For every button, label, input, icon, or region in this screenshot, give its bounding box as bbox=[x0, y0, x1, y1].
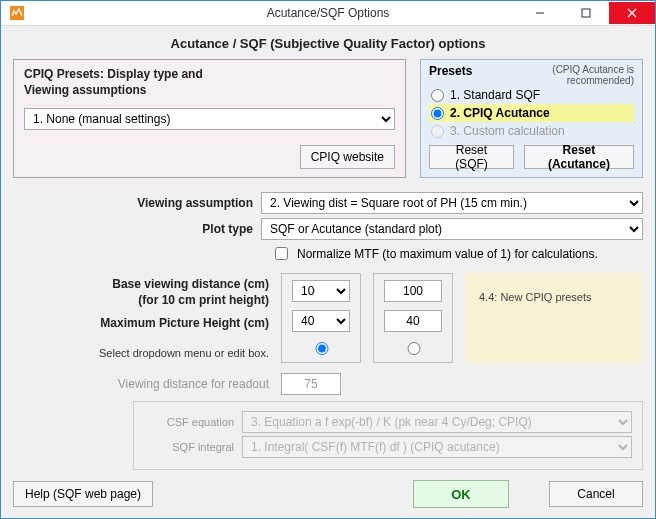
sqf-label: SQF integral bbox=[144, 441, 234, 453]
mid-grid: Base viewing distance (cm) (for 10 cm pr… bbox=[13, 273, 643, 363]
equation-panel: CSF equation 3. Equation a f exp(-bf) / … bbox=[133, 401, 643, 470]
reset-sqf-button[interactable]: Reset (SQF) bbox=[429, 145, 514, 169]
radio-label-custom: 3. Custom calculation bbox=[450, 124, 565, 138]
presets-title: Presets bbox=[429, 64, 472, 78]
presets-header: Presets (CPIQ Acutance is recommended) bbox=[429, 64, 634, 86]
window: Acutance/SQF Options Acutance / SQF (Sub… bbox=[0, 0, 656, 519]
form-area: Viewing assumption 2. Viewing dist = Squ… bbox=[13, 188, 643, 470]
csf-label: CSF equation bbox=[144, 416, 234, 428]
presets-recommended: (CPIQ Acutance is recommended) bbox=[552, 64, 634, 86]
radio-input-custom bbox=[431, 125, 444, 138]
readout-value bbox=[281, 373, 341, 395]
normalize-mtf-label: Normalize MTF (to maximum value of 1) fo… bbox=[297, 247, 598, 261]
viewing-assumption-row: Viewing assumption 2. Viewing dist = Squ… bbox=[13, 192, 643, 214]
svg-rect-2 bbox=[582, 9, 590, 17]
titlebar: Acutance/SQF Options bbox=[1, 1, 655, 26]
max-ph-select[interactable]: 40 bbox=[292, 310, 350, 332]
values-col-2 bbox=[373, 273, 453, 363]
normalize-mtf-checkbox[interactable] bbox=[275, 247, 288, 260]
mid-hint: Select dropdown menu or edit box. bbox=[13, 346, 269, 360]
page-heading: Acutance / SQF (Subjective Quality Facto… bbox=[13, 34, 643, 59]
readout-label: Viewing distance for readout bbox=[13, 377, 269, 391]
note-box: 4.4: New CPIQ presets bbox=[465, 273, 643, 363]
cpiq-title-l1: CPIQ Presets: Display type and bbox=[24, 67, 203, 81]
plot-type-row: Plot type SQF or Acutance (standard plot… bbox=[13, 218, 643, 240]
cpiq-presets-panel: CPIQ Presets: Display type and Viewing a… bbox=[13, 59, 406, 178]
preset-radio-custom[interactable]: 3. Custom calculation bbox=[429, 122, 634, 140]
readout-row: Viewing distance for readout bbox=[13, 373, 643, 395]
reset-acutance-button[interactable]: Reset (Acutance) bbox=[524, 145, 634, 169]
csf-select: 3. Equation a f exp(-bf) / K (pk near 4 … bbox=[242, 411, 632, 433]
cpiq-title: CPIQ Presets: Display type and Viewing a… bbox=[24, 66, 395, 98]
radio-input-standard[interactable] bbox=[431, 89, 444, 102]
content: Acutance / SQF (Subjective Quality Facto… bbox=[1, 26, 655, 518]
close-button[interactable] bbox=[609, 2, 655, 24]
radio-label-cpiq: 2. CPIQ Acutance bbox=[450, 106, 550, 120]
sqf-row: SQF integral 1. Integral( CSF(f) MTF(f) … bbox=[144, 436, 632, 458]
presets-panel: Presets (CPIQ Acutance is recommended) 1… bbox=[420, 59, 643, 178]
rec-l2: recommended) bbox=[567, 75, 634, 86]
preset-radio-standard-sqf[interactable]: 1. Standard SQF bbox=[429, 86, 634, 104]
normalize-mtf-row[interactable]: Normalize MTF (to maximum value of 1) fo… bbox=[271, 244, 643, 263]
cancel-button[interactable]: Cancel bbox=[549, 481, 643, 507]
base-distance-input[interactable] bbox=[384, 280, 442, 302]
preset-radio-cpiq-acutance[interactable]: 2. CPIQ Acutance bbox=[429, 104, 634, 122]
values-col-1: 100 40 bbox=[281, 273, 361, 363]
mid-labels: Base viewing distance (cm) (for 10 cm pr… bbox=[13, 273, 269, 363]
max-ph-input[interactable] bbox=[384, 310, 442, 332]
viewing-assumption-select[interactable]: 2. Viewing dist = Square root of PH (15 … bbox=[261, 192, 643, 214]
viewing-assumption-label: Viewing assumption bbox=[13, 196, 253, 210]
plot-type-select[interactable]: SQF or Acutance (standard plot) bbox=[261, 218, 643, 240]
cpiq-title-l2: Viewing assumptions bbox=[24, 83, 146, 97]
col2-radio[interactable] bbox=[385, 342, 443, 355]
base-distance-label: Base viewing distance (cm) (for 10 cm pr… bbox=[13, 277, 269, 308]
ok-button[interactable]: OK bbox=[413, 480, 509, 508]
footer: Help (SQF web page) OK Cancel bbox=[13, 470, 643, 508]
rec-l1: (CPIQ Acutance is bbox=[552, 64, 634, 75]
radio-label-standard: 1. Standard SQF bbox=[450, 88, 540, 102]
radio-input-cpiq[interactable] bbox=[431, 107, 444, 120]
help-button[interactable]: Help (SQF web page) bbox=[13, 481, 153, 507]
minimize-button[interactable] bbox=[517, 2, 563, 24]
cpiq-website-button[interactable]: CPIQ website bbox=[300, 145, 395, 169]
max-ph-label: Maximum Picture Height (cm) bbox=[13, 316, 269, 332]
plot-type-label: Plot type bbox=[13, 222, 253, 236]
sqf-integral-select: 1. Integral( CSF(f) MTF(f) df ) (CPIQ ac… bbox=[242, 436, 632, 458]
csf-row: CSF equation 3. Equation a f exp(-bf) / … bbox=[144, 411, 632, 433]
top-row: CPIQ Presets: Display type and Viewing a… bbox=[13, 59, 643, 178]
maximize-button[interactable] bbox=[563, 2, 609, 24]
cpiq-preset-select[interactable]: 1. None (manual settings) bbox=[24, 108, 395, 130]
window-buttons bbox=[517, 2, 655, 24]
preset-reset-row: Reset (SQF) Reset (Acutance) bbox=[429, 145, 634, 169]
base-distance-select[interactable]: 100 bbox=[292, 280, 350, 302]
app-icon bbox=[9, 5, 25, 21]
col1-radio[interactable] bbox=[293, 342, 351, 355]
